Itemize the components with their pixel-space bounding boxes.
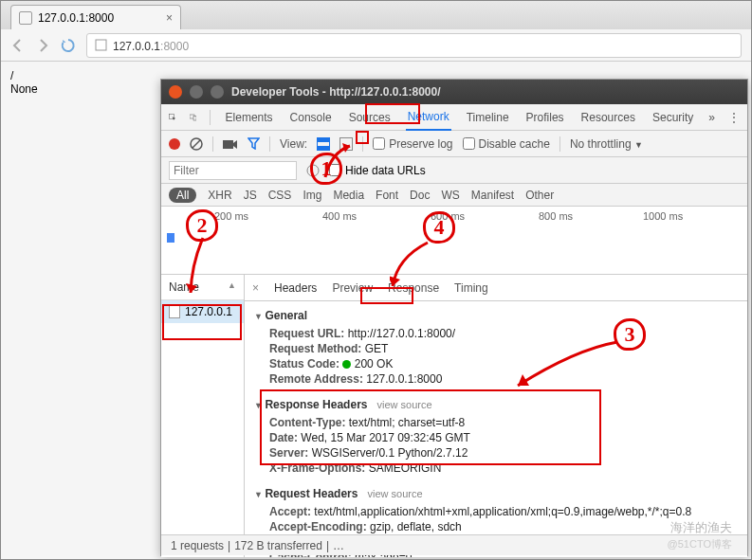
svg-rect-6 (223, 140, 233, 149)
hide-data-urls-checkbox[interactable]: Hide data URLs (329, 164, 426, 177)
tick-1000: 1000 ms (643, 210, 683, 222)
throttling-select[interactable]: No throttling ▼ (570, 137, 643, 151)
device-icon[interactable] (190, 112, 197, 123)
devtools-tabs: Elements Console Sources Network Timelin… (161, 104, 747, 131)
separator (559, 136, 560, 152)
clear-icon[interactable] (190, 137, 203, 151)
type-media[interactable]: Media (333, 189, 364, 202)
type-css[interactable]: CSS (268, 189, 292, 202)
window-min-icon[interactable] (190, 85, 203, 99)
filter-row: Hide data URLs (161, 157, 747, 184)
url-input[interactable]: 127.0.0.1:8000 (86, 33, 742, 58)
status-bar: 1 requests | 172 B transferred | … (161, 534, 747, 555)
detail-tab-timing[interactable]: Timing (454, 281, 488, 295)
tick-200: 200 ms (214, 210, 248, 222)
overflow-icon[interactable]: » (708, 111, 715, 124)
filter-icon[interactable] (248, 137, 260, 150)
tab-title: 127.0.0.1:8000 (38, 11, 114, 25)
annotation-box-response-tab (360, 287, 413, 304)
tab-elements[interactable]: Elements (224, 105, 275, 130)
annotation-box-request-item (162, 304, 242, 340)
window-title: Developer Tools - http://127.0.0.1:8000/ (231, 85, 441, 99)
type-ws[interactable]: WS (441, 189, 459, 202)
view-grid-icon[interactable] (339, 137, 353, 151)
status-requests: 1 requests (171, 539, 224, 552)
tab-console[interactable]: Console (288, 105, 334, 130)
record-icon[interactable] (169, 138, 180, 150)
window-max-icon[interactable] (211, 85, 224, 99)
sort-icon: ▲ (228, 280, 236, 294)
back-icon[interactable] (10, 38, 26, 53)
status-sep: | (326, 539, 329, 552)
more-icon[interactable]: ⋮ (728, 111, 740, 124)
type-manifest[interactable]: Manifest (471, 189, 514, 202)
type-js[interactable]: JS (244, 189, 257, 202)
separator (210, 110, 211, 125)
type-other[interactable]: Other (525, 189, 554, 202)
favicon-icon (19, 11, 32, 25)
request-headers-title[interactable]: Request Headersview source (254, 483, 738, 504)
chevron-down-icon: ▼ (634, 140, 643, 150)
tab-profiles[interactable]: Profiles (524, 105, 566, 130)
window-close-icon[interactable] (169, 85, 182, 99)
watermark: 海洋的渔夫 (670, 519, 732, 536)
svg-line-5 (193, 140, 200, 148)
inspect-icon[interactable] (169, 110, 176, 124)
tick-400: 400 ms (322, 210, 357, 222)
annotation-number-3: 3 (614, 318, 646, 351)
reload-icon[interactable] (60, 37, 77, 54)
address-bar: 127.0.0.1:8000 (1, 29, 751, 62)
type-filter-row: All XHR JS CSS Img Media Font Doc WS Man… (161, 184, 747, 207)
view-label: View: (280, 137, 307, 151)
annotation-number-1: 1 (310, 153, 342, 185)
detail-tabs: × Headers Preview Response Timing (245, 275, 747, 301)
timeline-bar (167, 233, 174, 243)
separator (212, 136, 213, 152)
type-xhr[interactable]: XHR (208, 189, 231, 202)
view-source-link[interactable]: view source (367, 488, 422, 499)
view-list-icon[interactable] (317, 137, 330, 151)
camera-icon[interactable] (223, 138, 238, 150)
titlebar[interactable]: Developer Tools - http://127.0.0.1:8000/ (161, 80, 747, 104)
annotation-number-4: 4 (423, 211, 455, 244)
url-text: 127.0.0.1:8000 (113, 38, 189, 53)
page-icon (95, 39, 107, 51)
disable-cache-checkbox[interactable]: Disable cache (463, 137, 550, 151)
tab-security[interactable]: Security (651, 105, 695, 130)
tick-800: 800 ms (539, 210, 573, 222)
svg-rect-3 (193, 116, 196, 120)
name-header[interactable]: Name ▲ (161, 275, 244, 300)
filter-input[interactable] (169, 161, 297, 180)
annotation-box-response-headers (260, 389, 601, 465)
annotation-number-2: 2 (186, 209, 218, 242)
browser-tab-strip: 127.0.0.1:8000 × (1, 1, 751, 29)
preserve-log-checkbox[interactable]: Preserve log (373, 137, 452, 151)
preserve-log-input[interactable] (373, 137, 385, 150)
disable-cache-input[interactable] (463, 137, 475, 150)
watermark-source: @51CTO博客 (668, 537, 732, 551)
detail-tab-headers[interactable]: Headers (274, 281, 317, 295)
devtools-window: Developer Tools - http://127.0.0.1:8000/… (160, 79, 748, 556)
type-img[interactable]: Img (303, 189, 321, 202)
type-font[interactable]: Font (376, 189, 398, 202)
status-ok-icon (342, 360, 351, 369)
svg-rect-0 (96, 40, 106, 50)
browser-tab[interactable]: 127.0.0.1:8000 × (10, 5, 181, 29)
separator (269, 136, 270, 152)
type-doc[interactable]: Doc (410, 189, 430, 202)
type-all[interactable]: All (169, 188, 196, 203)
tab-timeline[interactable]: Timeline (465, 105, 511, 130)
annotation-box-preserve-log (356, 131, 369, 144)
tab-resources[interactable]: Resources (579, 105, 637, 130)
forward-icon[interactable] (35, 38, 50, 53)
annotation-box-network-tab (365, 103, 420, 124)
general-section: General Request URL: http://127.0.0.1:80… (245, 301, 747, 390)
general-title[interactable]: General (254, 305, 738, 326)
status-sep: | (228, 539, 230, 552)
close-detail-icon[interactable]: × (252, 281, 259, 295)
network-toolbar: View: Preserve log Disable cache No thro… (161, 131, 747, 157)
close-icon[interactable]: × (166, 11, 173, 25)
status-transferred: 172 B transferred (234, 539, 322, 552)
